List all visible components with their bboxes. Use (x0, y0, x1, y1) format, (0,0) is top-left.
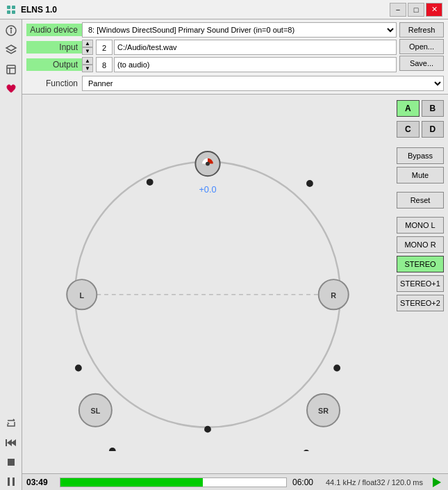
sidebar-repeat-icon[interactable] (3, 415, 19, 432)
svg-rect-3 (12, 10, 15, 14)
svg-point-21 (306, 180, 313, 187)
svg-marker-12 (7, 439, 12, 446)
play-button[interactable] (429, 475, 444, 490)
output-down-button[interactable]: ▼ (82, 65, 93, 72)
minimize-button[interactable]: − (390, 3, 406, 17)
controls-area: Audio device 8: [Windows DirectSound] Pr… (22, 19, 448, 95)
svg-point-24 (108, 448, 115, 451)
sidebar-info-icon[interactable] (3, 22, 19, 39)
title-text: ELNS 1.0 (21, 5, 388, 15)
progress-fill (60, 478, 203, 487)
svg-rect-14 (6, 439, 7, 446)
sidebar-box-icon[interactable] (3, 61, 19, 78)
right-panel: Audio device 8: [Windows DirectSound] Pr… (22, 19, 448, 490)
audio-device-select[interactable]: 8: [Windows DirectSound] Primary Sound D… (82, 22, 397, 38)
input-value: 2 (96, 40, 113, 55)
svg-point-26 (204, 425, 211, 432)
svg-point-25 (303, 450, 310, 451)
close-button[interactable]: ✕ (426, 3, 442, 17)
function-row: Function Panner (26, 76, 444, 91)
output-text-field[interactable] (114, 57, 397, 72)
function-select[interactable]: Panner (82, 76, 444, 91)
sidebar-rewind-icon[interactable] (3, 434, 19, 451)
app-icon (6, 4, 17, 15)
audio-device-row: Audio device 8: [Windows DirectSound] Pr… (26, 22, 397, 38)
svg-rect-17 (13, 477, 15, 486)
sidebar-pause-icon[interactable] (3, 473, 19, 490)
svg-marker-13 (11, 439, 16, 446)
audio-device-label: Audio device (26, 24, 82, 36)
panner-area: L R SL SR SBL SBR (22, 95, 392, 473)
stereo1-button[interactable]: STEREO+1 (397, 275, 444, 292)
svg-text:+0.0: +0.0 (199, 183, 216, 194)
stereo-button[interactable]: STEREO (397, 256, 444, 272)
end-time: 06:00 (292, 477, 320, 487)
refresh-button[interactable]: Refresh (399, 22, 444, 38)
top-controls: Audio device 8: [Windows DirectSound] Pr… (26, 22, 444, 74)
sidebar (0, 19, 22, 490)
status-bar: 03:49 06:00 44.1 kHz / float32 / 120.0 m… (22, 473, 448, 490)
maximize-button[interactable]: □ (408, 3, 424, 17)
svg-rect-1 (12, 6, 15, 9)
side-controls: A B C D Bypass Mute Reset MONO L MONO R … (392, 95, 448, 473)
save-button[interactable]: Save... (399, 56, 444, 71)
output-group: ▲ ▼ 8 (82, 57, 397, 72)
output-row: Output ▲ ▼ 8 (26, 57, 397, 72)
svg-point-6 (10, 28, 12, 29)
svg-rect-8 (7, 65, 15, 74)
input-file-field[interactable] (114, 40, 397, 55)
sidebar-layers-icon[interactable] (3, 42, 19, 58)
output-spinner: ▲ ▼ (82, 57, 93, 72)
svg-rect-0 (7, 6, 10, 9)
svg-point-23 (333, 364, 340, 371)
svg-rect-2 (7, 10, 10, 14)
mute-button[interactable]: Mute (397, 167, 444, 183)
svg-point-20 (146, 179, 153, 186)
mono-r-button[interactable]: MONO R (397, 236, 444, 253)
svg-point-22 (74, 364, 81, 371)
input-row: Input ▲ ▼ 2 (26, 40, 397, 55)
svg-rect-16 (8, 477, 10, 486)
a-button[interactable]: A (397, 100, 420, 117)
output-value: 8 (96, 57, 113, 72)
svg-marker-42 (433, 477, 441, 487)
svg-rect-15 (8, 459, 15, 466)
svg-point-40 (206, 161, 210, 165)
svg-text:SR: SR (318, 407, 329, 415)
current-time: 03:49 (26, 477, 54, 487)
reset-button[interactable]: Reset (397, 192, 444, 209)
canvas-area: L R SL SR SBL SBR (22, 95, 448, 473)
progress-bar[interactable] (60, 477, 287, 487)
title-bar: ELNS 1.0 − □ ✕ (0, 0, 448, 19)
ab-cd-row: A B (397, 100, 444, 117)
svg-text:R: R (331, 291, 336, 299)
top-controls-left: Audio device 8: [Windows DirectSound] Pr… (26, 22, 397, 74)
input-down-button[interactable]: ▼ (82, 47, 93, 55)
output-up-button[interactable]: ▲ (82, 57, 93, 65)
bypass-button[interactable]: Bypass (397, 147, 444, 164)
svg-marker-7 (6, 45, 16, 51)
stereo2-button[interactable]: STEREO+2 (397, 295, 444, 311)
output-label: Output (26, 58, 82, 71)
action-buttons: Refresh Open... Save... (399, 22, 444, 74)
svg-text:SL: SL (90, 407, 100, 415)
d-button[interactable]: D (422, 121, 445, 138)
b-button[interactable]: B (422, 100, 445, 117)
panner-svg[interactable]: L R SL SR SBL SBR (41, 117, 374, 451)
input-group: ▲ ▼ 2 (82, 40, 397, 55)
sidebar-heart-icon[interactable] (3, 81, 19, 97)
mono-l-button[interactable]: MONO L (397, 217, 444, 234)
input-spinner: ▲ ▼ (82, 40, 93, 55)
sidebar-stop-icon[interactable] (3, 454, 19, 471)
c-button[interactable]: C (397, 121, 420, 138)
audio-info: 44.1 kHz / float32 / 120.0 ms (326, 478, 423, 487)
open-button[interactable]: Open... (399, 39, 444, 54)
function-label: Function (26, 79, 82, 88)
main-layout: Audio device 8: [Windows DirectSound] Pr… (0, 19, 448, 490)
svg-text:L: L (79, 291, 84, 299)
input-up-button[interactable]: ▲ (82, 40, 93, 47)
cd-row: C D (397, 121, 444, 138)
input-label: Input (26, 41, 82, 54)
